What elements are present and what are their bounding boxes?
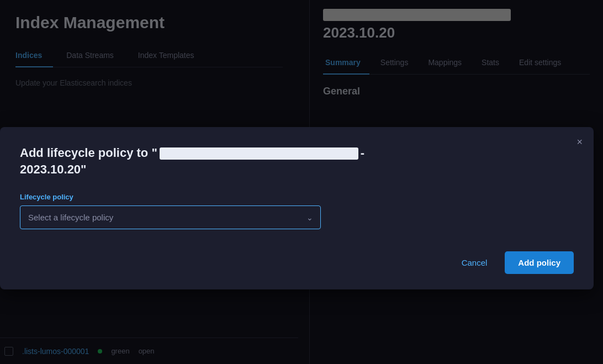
add-policy-button[interactable]: Add policy: [505, 251, 574, 274]
add-lifecycle-policy-modal: × Add lifecycle policy to "-2023.10.20" …: [0, 127, 594, 289]
lifecycle-policy-select[interactable]: Select a lifecycle policy: [20, 205, 321, 229]
lifecycle-policy-select-wrapper: Select a lifecycle policy ⌄: [20, 205, 321, 229]
modal-close-button[interactable]: ×: [576, 137, 583, 147]
modal-title-prefix: Add lifecycle policy to ": [20, 146, 157, 160]
modal-title-redacted: [160, 147, 358, 160]
cancel-button[interactable]: Cancel: [453, 252, 496, 273]
modal-title: Add lifecycle policy to "-2023.10.20": [20, 145, 574, 177]
lifecycle-policy-label: Lifecycle policy: [20, 193, 574, 201]
modal-footer: Cancel Add policy: [20, 251, 574, 274]
